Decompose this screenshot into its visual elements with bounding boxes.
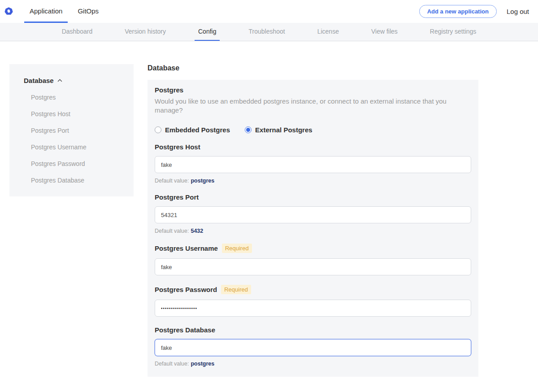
sidebar-item-postgres-host[interactable]: Postgres Host (24, 110, 125, 118)
sidebar-item-postgres-database[interactable]: Postgres Database (24, 177, 125, 184)
field-label: Postgres Database (155, 326, 215, 334)
config-sidebar: Database Postgres Postgres Host Postgres… (9, 64, 134, 196)
content-area: Database Postgres Postgres Host Postgres… (0, 41, 538, 392)
sidebar-group-database[interactable]: Database (24, 77, 125, 84)
radio-checked-icon[interactable] (245, 126, 252, 133)
field-label: Postgres Password (155, 286, 217, 293)
postgres-database-input[interactable] (155, 339, 471, 356)
sidebar-item-postgres-port[interactable]: Postgres Port (24, 127, 125, 134)
postgres-label: Postgres (155, 86, 471, 94)
default-value-line: Default value:postgres (155, 178, 471, 184)
config-main: Database Postgres Would you like to use … (148, 64, 478, 392)
sidebar-item-postgres-password[interactable]: Postgres Password (24, 160, 125, 167)
field-label: Postgres Username (155, 244, 218, 252)
default-value-text: postgres (191, 178, 214, 184)
top-tab-application[interactable]: Application (24, 0, 68, 23)
default-value-prefix: Default value: (155, 178, 189, 184)
radio-embedded-label: Embedded Postgres (165, 126, 230, 134)
subnav-tab-license[interactable]: License (314, 23, 343, 41)
postgres-choice-item: Postgres Would you like to use an embedd… (155, 86, 471, 134)
app-subnav: Dashboard Version history Config Trouble… (0, 23, 538, 41)
field-label: Postgres Host (155, 143, 200, 151)
kots-logo-icon (4, 7, 13, 16)
radio-external-label: External Postgres (255, 126, 312, 134)
default-value-line: Default value:postgres (155, 361, 471, 367)
radio-unchecked-icon[interactable] (155, 126, 161, 133)
postgres-password-field: Postgres Password Required (155, 285, 471, 317)
app-logo[interactable] (4, 0, 13, 23)
subnav-tab-version-history[interactable]: Version history (121, 23, 169, 41)
required-badge: Required (221, 285, 251, 294)
postgres-host-input[interactable] (155, 156, 471, 173)
subnav-tab-config[interactable]: Config (195, 23, 220, 41)
page-title: Database (148, 64, 478, 72)
subnav-tab-dashboard[interactable]: Dashboard (58, 23, 96, 41)
default-value-prefix: Default value: (155, 228, 189, 234)
sidebar-item-postgres[interactable]: Postgres (24, 94, 125, 101)
postgres-radio-group: Embedded Postgres External Postgres (155, 126, 471, 134)
topbar-spacer (106, 0, 419, 23)
logout-button[interactable]: Log out (507, 8, 529, 15)
top-navbar: Application GitOps Add a new application… (0, 0, 538, 23)
config-group-database: Postgres Would you like to use an embedd… (148, 80, 478, 377)
postgres-password-input[interactable] (155, 300, 471, 317)
postgres-database-field: Postgres Database Default value:postgres (155, 326, 471, 367)
postgres-help-text: Would you like to use an embedded postgr… (155, 97, 471, 114)
subnav-tab-view-files[interactable]: View files (368, 23, 401, 41)
field-label: Postgres Port (155, 193, 199, 201)
postgres-host-field: Postgres Host Default value:postgres (155, 143, 471, 184)
required-badge: Required (222, 244, 252, 253)
postgres-username-input[interactable] (155, 258, 471, 275)
postgres-username-field: Postgres Username Required (155, 244, 471, 275)
postgres-port-input[interactable] (155, 206, 471, 223)
radio-embedded-postgres[interactable]: Embedded Postgres (155, 126, 230, 134)
default-value-text: 5432 (191, 228, 203, 234)
default-value-text: postgres (191, 361, 214, 367)
add-new-application-button[interactable]: Add a new application (419, 5, 497, 18)
subnav-tab-troubleshoot[interactable]: Troubleshoot (245, 23, 288, 41)
subnav-tab-registry-settings[interactable]: Registry settings (426, 23, 480, 41)
topbar-right: Add a new application Log out (419, 0, 529, 23)
default-value-prefix: Default value: (155, 361, 189, 367)
chevron-up-icon (57, 79, 62, 82)
sidebar-item-postgres-username[interactable]: Postgres Username (24, 144, 125, 151)
sidebar-group-label: Database (24, 77, 54, 84)
top-tabs: Application GitOps (22, 0, 106, 23)
default-value-line: Default value:5432 (155, 228, 471, 234)
top-tab-gitops[interactable]: GitOps (72, 0, 104, 23)
sidebar-items: Postgres Postgres Host Postgres Port Pos… (24, 94, 125, 184)
radio-external-postgres[interactable]: External Postgres (245, 126, 312, 134)
postgres-port-field: Postgres Port Default value:5432 (155, 193, 471, 234)
